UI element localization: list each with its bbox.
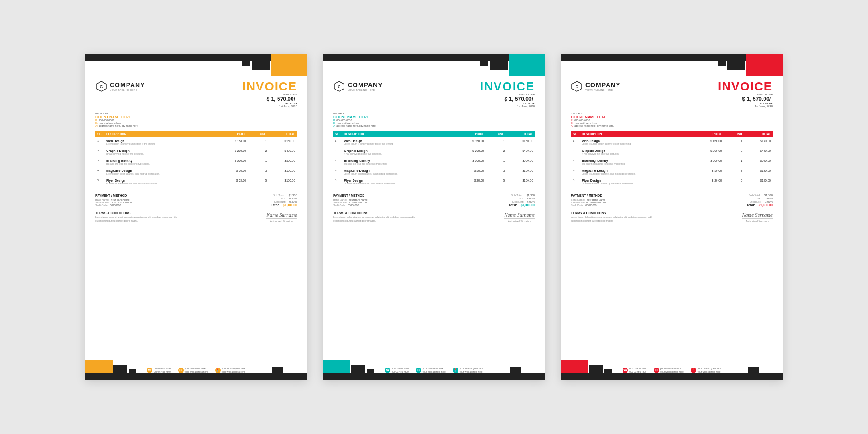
row-sl: 5 bbox=[333, 177, 342, 187]
row-price: $ 200.00 bbox=[456, 147, 486, 157]
row-sl: 1 bbox=[333, 137, 342, 147]
item-name: Flyer Design bbox=[106, 179, 216, 182]
table-header: PRICE bbox=[456, 131, 486, 137]
row-unit: 5 bbox=[723, 177, 744, 187]
row-total: $150.00 bbox=[506, 137, 535, 147]
terms-title: TERMS & CONDITIONS bbox=[571, 212, 661, 215]
row-desc: Graphic Design It has survived not only … bbox=[104, 147, 218, 157]
row-unit: 3 bbox=[248, 167, 269, 177]
terms-title: TERMS & CONDITIONS bbox=[333, 212, 424, 215]
terms-text: Lorem ipsum dolor sit amet, consectetuer… bbox=[95, 216, 186, 222]
bottom-decoration bbox=[323, 353, 545, 380]
swift-row: Swift Code:00000000 bbox=[95, 204, 132, 207]
footer-location-text: your location goes hereyour web address … bbox=[460, 367, 483, 373]
location-icon: 📍 bbox=[453, 368, 458, 373]
row-sl: 1 bbox=[571, 137, 580, 147]
row-unit: 1 bbox=[486, 137, 506, 147]
row-sl: 4 bbox=[95, 167, 104, 177]
row-desc: Web Design Lorem ipsum is simply dummy t… bbox=[104, 137, 218, 147]
tax-row: Tax:0.00% bbox=[709, 197, 773, 200]
footer-phone: ☎ 000 03 456 7890000 03 456 7890 bbox=[623, 367, 646, 373]
item-sub: Ut enim ad minim veniam, quis nostrud ex… bbox=[344, 182, 454, 185]
table-row: 2 Graphic Design It has survived not onl… bbox=[95, 147, 297, 157]
invoice-content: C COMPANY YOUR TAGLINE HERE INVOICE Bala… bbox=[561, 76, 783, 353]
row-sl: 3 bbox=[95, 157, 104, 167]
row-sl: 2 bbox=[571, 147, 580, 157]
invoice-title: INVOICE bbox=[718, 80, 773, 92]
top-accent-block-1 bbox=[509, 54, 545, 76]
row-price: $ 200.00 bbox=[218, 147, 248, 157]
balance-amount: $ 1, 570.00/- bbox=[480, 96, 535, 102]
row-unit: 1 bbox=[248, 157, 269, 167]
table-header: DESCRIPTION bbox=[104, 131, 218, 137]
row-desc: Flyer Design Ut enim ad minim veniam, qu… bbox=[342, 177, 456, 187]
item-name: Branding Identity bbox=[344, 159, 454, 162]
top-decoration bbox=[561, 54, 783, 76]
terms: TERMS & CONDITIONS Lorem ipsum dolor sit… bbox=[571, 212, 661, 222]
balance-amount: $ 1, 570.00/- bbox=[242, 96, 297, 102]
item-name: Magazine Design bbox=[106, 169, 216, 172]
row-price: $ 150.00 bbox=[218, 137, 248, 147]
invoice-footer: ☎ 000 03 456 7890000 03 456 7890 ✉ your … bbox=[561, 367, 783, 373]
footer-location-text: your location goes hereyour web address … bbox=[698, 367, 721, 373]
svg-text:C: C bbox=[576, 85, 579, 89]
top-accent-block-1 bbox=[746, 54, 783, 76]
row-desc: Flyer Design Ut enim ad minim veniam, qu… bbox=[104, 177, 218, 187]
row-total: $150.00 bbox=[744, 137, 773, 147]
item-sub: Lorem ipsum is simply dummy text of the … bbox=[582, 142, 692, 145]
footer-email-text: your mail name hereyour web address here bbox=[185, 367, 208, 373]
row-price: $ 50.00 bbox=[456, 167, 486, 177]
invoice-date-value: 1st June, 2030 bbox=[718, 105, 773, 108]
footer-phone-text: 000 03 456 7890000 03 456 7890 bbox=[392, 367, 409, 373]
row-total: $500.00 bbox=[744, 157, 773, 167]
row-desc: Web Design Lorem ipsum is simply dummy t… bbox=[580, 137, 693, 147]
row-total: $100.00 bbox=[269, 177, 297, 187]
row-desc: Web Design Lorem ipsum is simply dummy t… bbox=[342, 137, 456, 147]
top-accent-block-2 bbox=[490, 61, 508, 70]
invoice-card-teal: C COMPANY YOUR TAGLINE HERE INVOICE Bala… bbox=[323, 54, 545, 380]
payment-method: PAYMENT / METHOD Bank Name:Your Bank Nam… bbox=[571, 194, 607, 207]
client-info: Invoice To: CLIENT NAME HERE P:000-000-0… bbox=[95, 112, 297, 127]
row-total: $500.00 bbox=[269, 157, 297, 167]
table-header-row: SL.DESCRIPTIONPRICEUNITTOTAL bbox=[95, 131, 297, 137]
top-bar-dark bbox=[85, 54, 307, 61]
svg-text:C: C bbox=[338, 85, 341, 89]
invoice-title-area: INVOICE Balance Due $ 1, 570.00/- TUESDA… bbox=[718, 80, 773, 108]
table-row: 1 Web Design Lorem ipsum is simply dummy… bbox=[571, 137, 773, 147]
company-logo-icon: C bbox=[95, 80, 107, 92]
balance-amount: $ 1, 570.00/- bbox=[718, 96, 773, 102]
email-icon: ✉ bbox=[654, 368, 659, 373]
row-desc: Graphic Design It has survived not only … bbox=[342, 147, 456, 157]
footer-phone: ☎ 000 03 456 7890000 03 456 7890 bbox=[385, 367, 409, 373]
footer-email: ✉ your mail name hereyour web address he… bbox=[416, 367, 446, 373]
row-desc: Flyer Design Ut enim ad minim veniam, qu… bbox=[580, 177, 693, 187]
item-name: Magazine Design bbox=[582, 169, 692, 172]
invoice-card-yellow: C COMPANY YOUR TAGLINE HERE INVOICE Bala… bbox=[85, 54, 307, 380]
row-desc: Graphic Design It has survived not only … bbox=[580, 147, 693, 157]
item-sub: Ut enim ad minim veniam, quis nostrud ex… bbox=[106, 182, 216, 185]
email-icon: ✉ bbox=[416, 368, 421, 373]
item-name: Web Design bbox=[106, 139, 216, 142]
item-sub: Lorem ipsum dolor sit amet, quis nostrud… bbox=[344, 172, 454, 175]
invoice-content: C COMPANY YOUR TAGLINE HERE INVOICE Bala… bbox=[323, 76, 545, 353]
total-row: Total:$1,300.00 bbox=[709, 203, 773, 207]
phone-icon: ☎ bbox=[385, 368, 390, 373]
top-accent-block-1 bbox=[271, 54, 307, 76]
row-total: $400.00 bbox=[744, 147, 773, 157]
client-address: A:address name here, city name here. bbox=[571, 124, 773, 127]
row-total: $150.00 bbox=[269, 167, 297, 177]
company-tagline: YOUR TAGLINE HERE bbox=[585, 89, 621, 91]
table-header: TOTAL bbox=[744, 131, 773, 137]
top-accent-block-3 bbox=[718, 61, 726, 66]
bottom-decoration bbox=[561, 353, 783, 380]
subtotal-row: Sub Total:$1,300 bbox=[472, 194, 535, 197]
company-logo-icon: C bbox=[333, 80, 345, 92]
client-address: A:address name here, city name here. bbox=[333, 124, 535, 127]
subtotal-row: Sub Total:$1,300 bbox=[709, 194, 773, 197]
swift-row: Swift Code:00000000 bbox=[333, 204, 369, 207]
discount-row: Discount:0.00% bbox=[472, 200, 535, 203]
table-header: DESCRIPTION bbox=[342, 131, 456, 137]
row-unit: 1 bbox=[723, 157, 744, 167]
row-sl: 2 bbox=[95, 147, 104, 157]
row-unit: 3 bbox=[723, 167, 744, 177]
